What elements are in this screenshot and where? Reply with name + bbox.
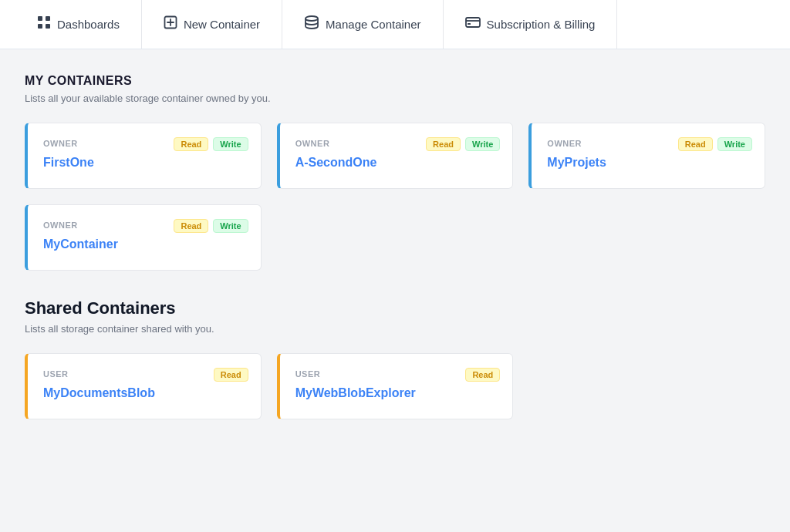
shared-containers-subtitle: Lists all storage container shared with … [25, 323, 765, 335]
plus-square-icon [164, 15, 177, 33]
badge-write-first-one: Write [213, 137, 248, 151]
shared-empty-slot-1 [528, 353, 765, 419]
my-containers-row1: OWNER FirstOne Read Write OWNER A-Second… [25, 123, 765, 189]
card-name-my-projets: MyProjets [547, 156, 749, 170]
svg-point-7 [306, 16, 318, 21]
card-badges-my-documents-blob: Read [214, 368, 248, 382]
my-containers-row2: OWNER MyContainer Read Write [25, 204, 765, 271]
empty-slot-2 [528, 204, 765, 271]
nav-item-new-container[interactable]: New Container [142, 0, 282, 49]
main-content: MY CONTAINERS Lists all your available s… [0, 49, 790, 460]
card-name-my-container: MyContainer [43, 237, 245, 251]
svg-rect-10 [466, 18, 480, 27]
badge-read-my-projets: Read [678, 137, 713, 151]
card-badges-first-one: Read Write [174, 137, 248, 151]
my-containers-subtitle: Lists all your available storage contain… [25, 93, 765, 104]
nav-dashboards-label: Dashboards [57, 18, 120, 31]
container-card-first-one[interactable]: OWNER FirstOne Read Write [25, 123, 262, 189]
badge-write-my-container: Write [213, 219, 248, 233]
my-containers-section: MY CONTAINERS Lists all your available s… [25, 74, 765, 271]
badge-write-a-second-one: Write [465, 137, 500, 151]
card-name-first-one: FirstOne [43, 156, 245, 170]
card-badges-my-projets: Read Write [678, 137, 752, 151]
card-badges-a-second-one: Read Write [426, 137, 500, 151]
badge-write-my-projets: Write [717, 137, 752, 151]
grid-icon [37, 15, 51, 33]
shared-containers-title: Shared Containers [25, 298, 765, 318]
badge-read-my-container: Read [174, 219, 208, 233]
credit-card-icon [465, 16, 481, 32]
container-card-my-documents-blob[interactable]: USER MyDocumentsBlob Read [25, 353, 262, 419]
card-badges-my-web-blob-explorer: Read [465, 368, 500, 382]
badge-read-my-documents-blob: Read [214, 368, 248, 382]
nav-item-dashboards[interactable]: Dashboards [15, 0, 142, 49]
card-badges-my-container: Read Write [174, 219, 248, 233]
container-card-a-second-one[interactable]: OWNER A-SecondOne Read Write [277, 123, 514, 189]
svg-rect-3 [46, 24, 50, 29]
layers-icon [304, 15, 319, 33]
badge-read-a-second-one: Read [426, 137, 461, 151]
svg-rect-2 [38, 24, 42, 29]
shared-containers-grid: USER MyDocumentsBlob Read USER MyWebBlob… [25, 353, 765, 419]
nav-subscription-billing-label: Subscription & Billing [487, 18, 596, 31]
container-card-my-projets[interactable]: OWNER MyProjets Read Write [528, 123, 765, 189]
nav-manage-container-label: Manage Container [326, 18, 420, 31]
svg-rect-0 [38, 16, 42, 21]
nav-new-container-label: New Container [184, 18, 260, 31]
badge-read-first-one: Read [174, 137, 208, 151]
svg-rect-1 [46, 16, 50, 21]
nav-item-manage-container[interactable]: Manage Container [282, 0, 443, 49]
navigation: Dashboards New Container Manage Containe… [0, 0, 790, 49]
container-card-my-web-blob-explorer[interactable]: USER MyWebBlobExplorer Read [277, 353, 514, 419]
nav-item-subscription-billing[interactable]: Subscription & Billing [444, 0, 618, 49]
empty-slot-1 [277, 204, 514, 271]
shared-containers-section: Shared Containers Lists all storage cont… [25, 298, 765, 419]
card-name-my-documents-blob: MyDocumentsBlob [43, 386, 245, 400]
container-card-my-container[interactable]: OWNER MyContainer Read Write [25, 204, 262, 271]
badge-read-my-web-blob-explorer: Read [465, 368, 500, 382]
card-name-a-second-one: A-SecondOne [295, 156, 498, 170]
my-containers-title: MY CONTAINERS [25, 74, 765, 88]
svg-rect-12 [468, 23, 471, 25]
card-name-my-web-blob-explorer: MyWebBlobExplorer [295, 386, 498, 400]
